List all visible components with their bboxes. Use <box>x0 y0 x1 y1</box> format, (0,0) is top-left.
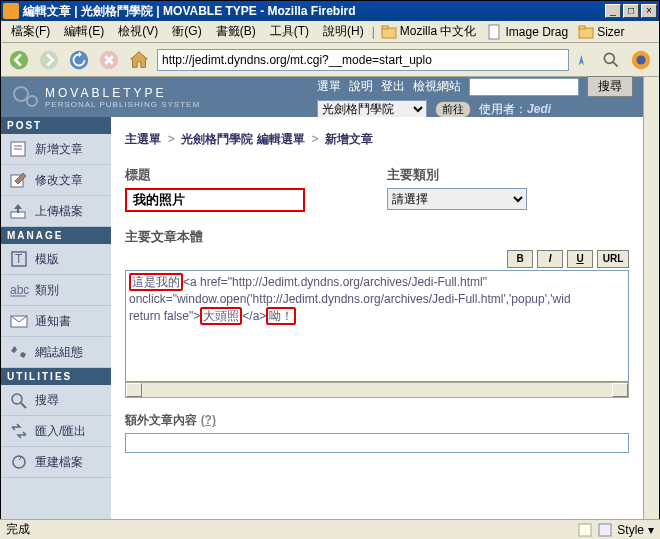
folder-icon <box>381 24 397 40</box>
bc-main[interactable]: 主選單 <box>125 132 161 146</box>
upload-icon <box>9 202 29 220</box>
sidebar-item-upload[interactable]: 上傳檔案 <box>1 196 111 227</box>
svg-point-27 <box>13 456 25 468</box>
style-label[interactable]: Style <box>617 523 644 537</box>
sidebar-item-rebuild[interactable]: 重建檔案 <box>1 447 111 478</box>
category-label: 主要類別 <box>387 166 629 184</box>
go-button[interactable]: 前往 <box>435 101 471 118</box>
home-button[interactable] <box>127 48 151 72</box>
rebuild-icon <box>9 453 29 471</box>
window-title: 編輯文章 | 光劍格鬥學院 | MOVABLE TYPE - Mozilla F… <box>23 3 356 20</box>
svg-rect-1 <box>382 26 388 29</box>
nav-search-button[interactable]: 搜尋 <box>587 76 633 97</box>
new-entry-icon <box>9 140 29 158</box>
logo-text: MOVABLETYPE <box>45 86 166 100</box>
nav-search-input[interactable] <box>469 78 579 96</box>
bookmark-mozilla[interactable]: Mozilla 中文化 <box>377 21 481 42</box>
svg-point-6 <box>40 50 58 68</box>
app-icon <box>3 3 19 19</box>
breadcrumb: 主選單 > 光劍格鬥學院 編輯選單 > 新增文章 <box>125 131 629 148</box>
bookmark-imagedrag[interactable]: Image Drag <box>482 22 572 42</box>
nav-menu[interactable]: 選單 <box>317 78 341 95</box>
format-url[interactable]: URL <box>597 250 629 268</box>
svg-rect-2 <box>489 25 499 39</box>
extra-help-link[interactable]: (?) <box>201 413 216 427</box>
menu-bookmarks[interactable]: 書籤(B) <box>210 21 262 42</box>
title-label: 標題 <box>125 166 367 184</box>
menu-view[interactable]: 檢視(V) <box>112 21 164 42</box>
go-button[interactable] <box>575 48 593 72</box>
user-link[interactable]: Jedi <box>527 102 551 116</box>
mt-header: MOVABLETYPE PERSONAL PUBLISHING SYSTEM 選… <box>1 77 643 117</box>
menu-edit[interactable]: 編輯(E) <box>58 21 110 42</box>
svg-text:T: T <box>15 252 23 266</box>
stop-button[interactable] <box>97 48 121 72</box>
title-input[interactable] <box>125 188 305 212</box>
reload-button[interactable] <box>67 48 91 72</box>
edit-icon <box>9 171 29 189</box>
editor-pane: 主選單 > 光劍格鬥學院 編輯選單 > 新增文章 標題 主要類別 請選擇 <box>111 117 643 522</box>
menu-help[interactable]: 說明(H) <box>317 21 370 42</box>
blog-select[interactable]: 光劍格鬥學院 <box>317 100 427 118</box>
category-icon: abc <box>9 281 29 299</box>
svg-text:abc: abc <box>10 283 29 297</box>
status-text: 完成 <box>6 521 30 538</box>
search-button[interactable] <box>599 48 623 72</box>
menu-file[interactable]: 檔案(F) <box>5 21 56 42</box>
back-button[interactable] <box>7 48 31 72</box>
status-icon-2[interactable] <box>597 522 613 538</box>
scroll-left-button[interactable] <box>126 383 142 397</box>
sidebar-item-notifications[interactable]: 通知書 <box>1 306 111 337</box>
nav-logout[interactable]: 登出 <box>381 78 405 95</box>
format-underline[interactable]: U <box>567 250 593 268</box>
nav-viewsite[interactable]: 檢視網站 <box>413 78 461 95</box>
sidebar-item-new-entry[interactable]: 新增文章 <box>1 134 111 165</box>
maximize-button[interactable]: □ <box>623 4 639 18</box>
window-titlebar: 編輯文章 | 光劍格鬥學院 | MOVABLE TYPE - Mozilla F… <box>1 1 659 21</box>
style-dropdown-icon[interactable]: ▾ <box>648 523 654 537</box>
search-icon <box>9 391 29 409</box>
svg-point-5 <box>10 50 28 68</box>
browser-menubar: 檔案(F) 編輯(E) 檢視(V) 衝(G) 書籤(B) 工具(T) 說明(H)… <box>1 21 659 43</box>
address-bar[interactable] <box>157 49 569 71</box>
extra-textarea[interactable] <box>125 433 629 453</box>
sidebar-item-templates[interactable]: T模版 <box>1 244 111 275</box>
mt-logo: MOVABLETYPE PERSONAL PUBLISHING SYSTEM <box>11 82 200 112</box>
format-italic[interactable]: I <box>537 250 563 268</box>
browser-toolbar <box>1 43 659 77</box>
logo-subtitle: PERSONAL PUBLISHING SYSTEM <box>45 100 200 109</box>
sidebar-item-search[interactable]: 搜尋 <box>1 385 111 416</box>
minimize-button[interactable]: _ <box>605 4 621 18</box>
user-label: 使用者：Jedi <box>479 101 551 118</box>
folder-icon <box>578 24 594 40</box>
close-button[interactable]: × <box>641 4 657 18</box>
bookmark-sizer[interactable]: Sizer <box>574 22 628 42</box>
bc-blog[interactable]: 光劍格鬥學院 <box>181 132 253 146</box>
sidebar-item-edit-entry[interactable]: 修改文章 <box>1 165 111 196</box>
bc-new: 新增文章 <box>325 132 373 146</box>
menu-tools[interactable]: 工具(T) <box>264 21 315 42</box>
status-icon-1[interactable] <box>577 522 593 538</box>
sidebar-item-import-export[interactable]: 匯入/匯出 <box>1 416 111 447</box>
svg-point-12 <box>636 55 645 64</box>
scroll-right-button[interactable] <box>612 383 628 397</box>
sidebar-item-config[interactable]: 網誌組態 <box>1 337 111 368</box>
category-select[interactable]: 請選擇 <box>387 188 527 210</box>
svg-rect-4 <box>579 26 585 29</box>
svg-point-25 <box>12 394 22 404</box>
sidebar-item-categories[interactable]: abc類別 <box>1 275 111 306</box>
format-bold[interactable]: B <box>507 250 533 268</box>
config-icon <box>9 343 29 361</box>
extra-label: 額外文章內容 (?) <box>125 412 629 429</box>
horizontal-scrollbar[interactable] <box>125 382 629 398</box>
svg-line-10 <box>613 61 618 66</box>
sidebar: POST 新增文章 修改文章 上傳檔案 MANAGE T模版 abc類別 通知書… <box>1 117 111 522</box>
vertical-scrollbar[interactable] <box>643 77 659 522</box>
template-icon: T <box>9 250 29 268</box>
statusbar: 完成 Style ▾ <box>0 519 660 539</box>
forward-button[interactable] <box>37 48 61 72</box>
nav-help[interactable]: 說明 <box>349 78 373 95</box>
menu-go[interactable]: 衝(G) <box>166 21 207 42</box>
svg-point-14 <box>27 96 37 106</box>
body-textarea[interactable]: 這是我的<a href="http://Jedimt.dyndns.org/ar… <box>125 270 629 382</box>
